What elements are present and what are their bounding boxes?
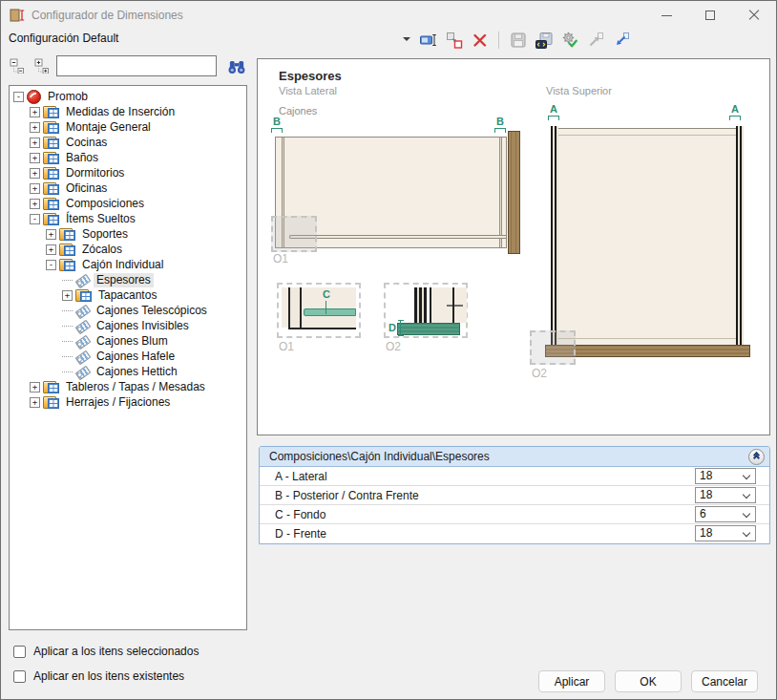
- import-configuration-button[interactable]: [611, 30, 631, 50]
- tree-item-composiciones[interactable]: +Composiciones: [10, 196, 246, 211]
- view-superior-label: Vista Superior: [546, 85, 612, 96]
- dropdown-value: 6: [700, 507, 706, 521]
- expand-toggle-icon[interactable]: +: [62, 290, 73, 301]
- tree-item-espesores[interactable]: Espesores: [10, 272, 246, 287]
- apply-configuration-button[interactable]: [559, 30, 579, 50]
- expand-toggle-icon[interactable]: +: [30, 153, 40, 163]
- aplicar-button[interactable]: Aplicar: [538, 670, 605, 692]
- apply-existing-items-checkbox[interactable]: [13, 670, 26, 683]
- expand-toggle-icon[interactable]: +: [30, 138, 40, 148]
- tree-item-zocalos[interactable]: +Zócalos: [10, 242, 246, 257]
- configuration-combobox[interactable]: Configuración Default: [9, 32, 118, 45]
- fondo-panel: [289, 235, 506, 239]
- expand-toggle-icon[interactable]: +: [46, 244, 56, 255]
- tree-item-label: Soportes: [79, 227, 131, 242]
- tree-item-soportes[interactable]: +Soportes: [10, 226, 246, 242]
- expand-toggle-icon[interactable]: +: [30, 122, 40, 133]
- expand-toggle-icon[interactable]: +: [30, 183, 40, 194]
- tree-item-dormitorios[interactable]: +Dormitorios: [10, 165, 246, 180]
- tree-item-cajones-blum[interactable]: Cajones Blum: [10, 333, 246, 349]
- checkbox-label: Aplicar a los itens seleccionados: [33, 645, 199, 658]
- lateral-edge-detail: [414, 287, 427, 323]
- apply-selected-items-checkbox[interactable]: [13, 646, 26, 658]
- tree-item-medidas-de-insercion[interactable]: +Medidas de Inserción: [10, 104, 246, 119]
- export-configuration-icon: [586, 31, 605, 50]
- tree-search-bar: [9, 55, 247, 78]
- save-button[interactable]: [508, 30, 528, 50]
- tree-item-label: Montaje General: [63, 120, 154, 135]
- export-configuration-button[interactable]: [585, 30, 605, 50]
- apply-selected-items-checkbox-row: Aplicar a los itens seleccionados: [13, 645, 199, 658]
- expand-toggle-icon[interactable]: +: [46, 229, 56, 240]
- d-frente-dropdown[interactable]: 18: [695, 525, 756, 541]
- tree-item-cajones-invisibles[interactable]: Cajones Invisibles: [10, 318, 246, 333]
- property-row: D - Frente18: [260, 524, 769, 543]
- expand-toggle-icon[interactable]: +: [30, 107, 40, 117]
- tree-item-herrajes-fijaciones[interactable]: +Herrajes / Fijaciones: [10, 394, 246, 410]
- expand-toggle-icon[interactable]: +: [30, 199, 40, 209]
- collapse-all-button[interactable]: [9, 57, 25, 74]
- dimension-letter: B: [273, 117, 281, 127]
- dimension-letter: A: [550, 104, 557, 115]
- tree-item-label: Ítems Sueltos: [63, 212, 138, 226]
- b-posterior-contra-frente-dropdown[interactable]: 18: [695, 487, 756, 503]
- tree-item-oficinas[interactable]: +Oficinas: [10, 180, 246, 196]
- maximize-button[interactable]: [688, 1, 732, 30]
- tree-item-promob[interactable]: -Promob: [10, 89, 246, 104]
- save-xml-button[interactable]: [534, 30, 554, 50]
- a-lateral-dropdown[interactable]: 18: [695, 468, 756, 484]
- tree-item-tapacantos[interactable]: +Tapacantos: [10, 287, 246, 303]
- import-configuration-icon: [612, 31, 631, 50]
- tree-item-cocinas[interactable]: +Cocinas: [10, 135, 246, 150]
- frente-panel-detail: [397, 323, 460, 335]
- folder-icon: [43, 167, 59, 180]
- minimize-button[interactable]: [644, 1, 688, 30]
- expand-toggle-icon[interactable]: +: [30, 397, 40, 408]
- dimension-marker-a-left: A: [548, 104, 559, 120]
- expand-toggle-icon[interactable]: +: [30, 168, 40, 179]
- collapse-toggle-icon[interactable]: -: [30, 214, 40, 224]
- delete-configuration-button[interactable]: [470, 30, 490, 50]
- folder-icon: [59, 228, 75, 241]
- dropdown-value: 18: [700, 526, 712, 541]
- tree-item-montaje-general[interactable]: +Montaje General: [10, 119, 246, 135]
- contra-frente-panel: [499, 138, 502, 247]
- tree-item-label: Promob: [45, 90, 91, 104]
- close-button[interactable]: [732, 1, 776, 30]
- tree-item-cajones-hafele[interactable]: Cajones Hafele: [10, 349, 246, 364]
- folder-icon: [43, 213, 59, 225]
- chevron-down-icon: [743, 491, 750, 498]
- tree-connector: [62, 371, 73, 372]
- ok-button[interactable]: OK: [615, 670, 682, 692]
- property-rows: A - Lateral18B - Posterior / Contra Fren…: [260, 467, 769, 543]
- collapse-panel-button[interactable]: [748, 449, 765, 465]
- cancelar-button[interactable]: Cancelar: [691, 670, 758, 692]
- binoculars-icon: [226, 56, 247, 77]
- tree-item-label: Cajones Blum: [94, 334, 171, 349]
- dimension-letter: C: [323, 289, 330, 300]
- combo-dropdown-icon[interactable]: [403, 37, 410, 41]
- tree-item-banos[interactable]: +Baños: [10, 150, 246, 165]
- expand-toggle-icon[interactable]: +: [30, 382, 40, 392]
- expand-all-button[interactable]: [33, 57, 50, 74]
- collapse-toggle-icon[interactable]: -: [46, 260, 56, 270]
- tree-item-cajones-hettich[interactable]: Cajones Hettich: [10, 364, 246, 379]
- chevron-down-icon: [743, 529, 750, 537]
- dropdown-value: 18: [700, 488, 712, 502]
- rename-configuration-button[interactable]: [418, 30, 438, 50]
- tree-item-cajon-individual[interactable]: -Cajón Individual: [10, 257, 246, 272]
- tag-icon: [75, 320, 91, 332]
- detail2-box: D: [384, 283, 468, 338]
- apply-configuration-icon: [560, 31, 579, 50]
- c-fondo-dropdown[interactable]: 6: [695, 506, 756, 522]
- tree-item-cajones-telescopicos[interactable]: Cajones Telescópicos: [10, 303, 246, 318]
- tree-item-tableros-tapas-mesadas[interactable]: +Tableros / Tapas / Mesadas: [10, 379, 246, 394]
- rename-configuration-icon: [419, 31, 438, 50]
- collapse-toggle-icon[interactable]: -: [13, 92, 24, 102]
- promob-icon: [27, 90, 41, 104]
- tree-item-items-sueltos[interactable]: -Ítems Sueltos: [10, 211, 246, 226]
- search-button[interactable]: [226, 56, 247, 76]
- tree-item-label: Herrajes / Fijaciones: [63, 395, 173, 410]
- duplicate-configuration-button[interactable]: [444, 30, 464, 50]
- tree-search-input[interactable]: [56, 55, 217, 76]
